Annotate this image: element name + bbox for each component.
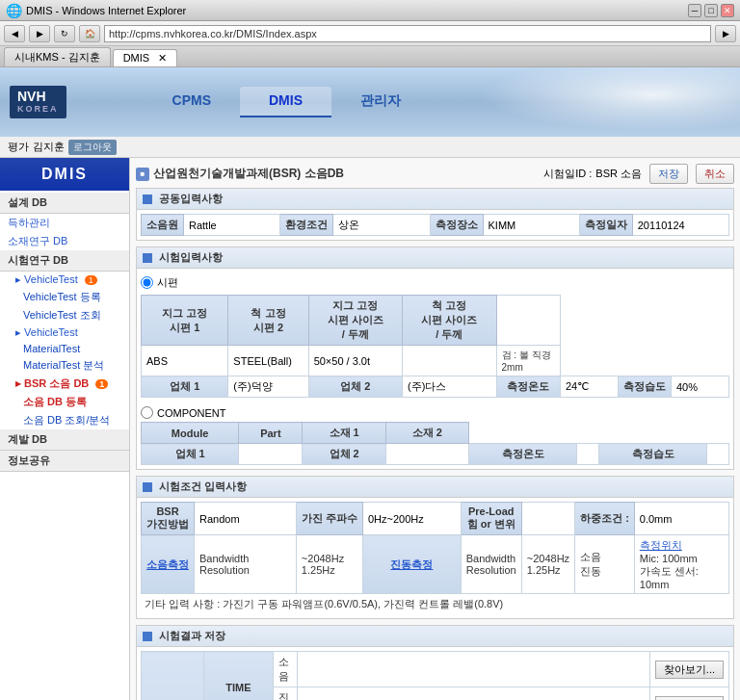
results-content: DATA 분석 TIME 소음 찾아보기... 진동 찾아보기... — [137, 647, 733, 700]
td-bandwidth2-label: BandwidthResolution — [461, 535, 521, 594]
input-humidity[interactable] — [676, 381, 724, 393]
th-material1: 소재 1 — [303, 423, 385, 444]
input-load-cond[interactable] — [640, 513, 724, 525]
td-noise-measure-label: 소음측정 — [142, 535, 195, 594]
input-specimen1[interactable] — [146, 355, 223, 367]
refresh-button[interactable]: ↻ — [54, 25, 75, 42]
td-measure-pos-val: 측정위치Mic: 100mm가속도 센서: 10mm — [634, 535, 728, 594]
address-bar[interactable] — [104, 25, 711, 42]
nvh-logo: NVHKOREA — [10, 86, 66, 117]
main-layout: DMIS 설계 DB 득하관리 소재연구 DB 시험연구 DB ▸ Vehicl… — [0, 158, 740, 700]
common-input-section: 공동입력사항 소음원 환경조건 측정장소 측정일자 — [136, 188, 734, 241]
td-data-analysis-label: DATA 분석 — [142, 652, 204, 701]
input-temp[interactable] — [566, 381, 613, 393]
input-company1[interactable] — [233, 381, 303, 393]
td-comp-temp-val — [577, 444, 598, 465]
input-bsr-method[interactable] — [199, 513, 291, 525]
sidebar-item-test-research[interactable]: 시험연구 DB — [0, 250, 129, 272]
sidebar-item-vehicle-test2[interactable]: ▸ VehicleTest — [0, 324, 129, 341]
minimize-button[interactable]: ─ — [688, 4, 701, 17]
nav-dmis[interactable]: DMIS — [240, 87, 331, 117]
browse-vibration-time-button[interactable]: 찾아보기... — [655, 696, 724, 701]
td-preload — [521, 503, 574, 535]
page-info-label: 시험일ID : — [543, 167, 592, 181]
tab-kmis[interactable]: 시내KMS - 김지훈 — [4, 47, 111, 66]
td-company2-label: 업체 2 — [308, 376, 402, 398]
sidebar-item-development-db[interactable]: 계발 DB — [0, 429, 129, 451]
input-specimen2[interactable] — [233, 355, 303, 367]
sidebar-item-material-analysis[interactable]: MaterialTest 분석 — [0, 356, 129, 375]
section-icon-1 — [143, 194, 152, 204]
td-company1-label: 업체 1 — [142, 376, 228, 398]
td-company1-val — [228, 376, 308, 398]
browse-noise-time-button[interactable]: 찾아보기... — [655, 661, 724, 679]
td-environment — [333, 215, 430, 236]
back-button[interactable]: ◀ — [4, 25, 25, 42]
input-company2[interactable] — [408, 381, 490, 393]
input-location[interactable] — [489, 220, 574, 231]
close-button[interactable]: ✕ — [721, 4, 734, 17]
measure-pos-link[interactable]: 측정위치 — [640, 539, 682, 551]
radio-specimen-row: 시편 — [141, 272, 729, 293]
td-vibration-time-file — [297, 687, 649, 701]
sidebar-item-acquisition[interactable]: 득하관리 — [0, 214, 129, 232]
browser-title: DMIS - Windows Internet Explorer — [26, 5, 186, 16]
forward-button[interactable]: ▶ — [29, 25, 50, 42]
component-section: COMPONENT Module Part 소재 1 소재 2 업체 1 — [141, 403, 729, 465]
nav-cpms[interactable]: CPMS — [144, 87, 240, 117]
input-environment[interactable] — [338, 220, 424, 231]
page-title-row: ■ 산업원천기술개발과제(BSR) 소음DB — [136, 166, 344, 182]
content-area: ■ 산업원천기술개발과제(BSR) 소음DB 시험일ID : BSR 소음 저장… — [130, 158, 740, 700]
input-jig-size[interactable] — [314, 355, 397, 367]
noise-measure-link[interactable]: 소음측정 — [146, 558, 189, 570]
sidebar-item-vehicle-test[interactable]: ▸ VehicleTest 1 — [0, 272, 129, 288]
th-bsr-method: BSR가진방법 — [142, 503, 195, 535]
radio-component[interactable] — [141, 406, 153, 419]
td-noise-label: 소음 — [274, 652, 298, 687]
th-material2: 소재 2 — [385, 423, 468, 444]
user-bar: 평가 김지훈 로그아웃 — [0, 137, 740, 158]
maximize-button[interactable]: □ — [704, 4, 718, 17]
section-icon-3 — [143, 482, 152, 492]
sidebar-item-design-db[interactable]: 설계 DB — [0, 193, 129, 214]
vibration-measure-link[interactable]: 진동측정 — [390, 558, 433, 570]
eval-label: 평가 — [8, 140, 29, 154]
sidebar-item-vehicle-register[interactable]: VehicleTest 등록 — [0, 288, 129, 306]
section-icon-4 — [143, 632, 152, 641]
sidebar-item-bsr-register[interactable]: 소음 DB 등록 — [0, 393, 129, 411]
app-container: NVHKOREA CPMS DMIS 관리자 평가 김지훈 로그아웃 DMIS … — [0, 67, 740, 700]
badge-1: 1 — [85, 275, 97, 285]
sidebar-item-material-research[interactable]: 소재연구 DB — [0, 232, 129, 250]
sidebar-title: DMIS — [0, 158, 129, 191]
results-section: 시험결과 저장 DATA 분석 TIME 소음 찾아보기... 진동 — [136, 625, 734, 700]
cancel-button[interactable]: 취소 — [696, 164, 734, 184]
nav-admin[interactable]: 관리자 — [331, 87, 430, 117]
go-button[interactable]: ▶ — [715, 25, 736, 42]
td-vibration-measure-label: 진동측정 — [362, 535, 461, 594]
sidebar-item-bsr-view[interactable]: 소음 DB 조회/분석 — [0, 411, 129, 429]
input-noise-source[interactable] — [189, 220, 275, 231]
common-input-header: 공동입력사항 — [137, 189, 733, 210]
common-input-table: 소음원 환경조건 측정장소 측정일자 — [141, 214, 729, 236]
td-comp-company1-val — [239, 444, 303, 465]
input-date[interactable] — [638, 220, 724, 231]
results-table: DATA 분석 TIME 소음 찾아보기... 진동 찾아보기... — [141, 651, 729, 700]
specimen-table: 지그 고정시편 1 척 고정시편 2 지그 고정시편 사이즈/ 두께 척 고정시… — [141, 295, 729, 398]
browser-tabbar: 시내KMS - 김지훈 DMIS ✕ — [0, 46, 740, 67]
td-bandwidth2-val: ~2048Hz1.25Hz — [521, 535, 574, 594]
test-conditions-content: BSR가진방법 가진 주파수 Pre-Load힘 or 변위 하중조건 : 소음… — [137, 498, 733, 618]
sidebar-item-material-test[interactable]: MaterialTest — [0, 341, 129, 356]
test-conditions-section: 시험조건 입력사항 BSR가진방법 가진 주파수 Pre-Load힘 or 변위… — [136, 476, 734, 619]
home-button[interactable]: 🏠 — [79, 25, 100, 42]
logout-button[interactable]: 로그아웃 — [68, 140, 117, 155]
sidebar-item-vehicle-view[interactable]: VehicleTest 조회 — [0, 306, 129, 324]
sidebar-item-info-share[interactable]: 정보공유 — [0, 451, 129, 472]
td-note — [496, 296, 560, 346]
sidebar-item-bsr[interactable]: ▸ BSR 소음 DB 1 — [0, 375, 129, 393]
th-jig-fix1: 지그 고정시편 1 — [142, 296, 228, 346]
tab-dmis[interactable]: DMIS ✕ — [113, 49, 178, 66]
radio-specimen[interactable] — [141, 276, 153, 289]
browser-toolbar: ◀ ▶ ↻ 🏠 ▶ — [0, 21, 740, 46]
input-freq[interactable] — [368, 513, 456, 525]
save-button[interactable]: 저장 — [649, 164, 688, 184]
